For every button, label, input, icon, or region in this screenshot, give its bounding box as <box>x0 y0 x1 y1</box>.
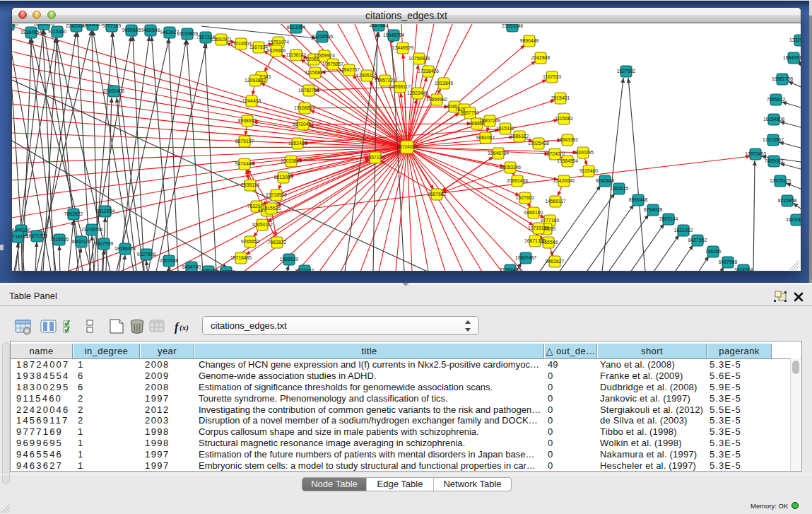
svg-text:8813054: 8813054 <box>287 25 306 30</box>
svg-text:1621022: 1621022 <box>674 228 693 233</box>
svg-text:3915401: 3915401 <box>551 95 570 100</box>
svg-text:(x): (x) <box>180 323 189 332</box>
svg-text:6497568: 6497568 <box>719 259 738 264</box>
svg-text:14569117: 14569117 <box>82 24 103 27</box>
svg-text:1362615: 1362615 <box>610 186 629 191</box>
svg-text:10756928: 10756928 <box>408 56 430 61</box>
svg-text:18724007: 18724007 <box>396 144 418 149</box>
svg-text:18300295: 18300295 <box>572 150 594 155</box>
svg-text:10807487: 10807487 <box>515 255 536 260</box>
svg-text:18807249: 18807249 <box>479 118 500 123</box>
svg-text:13449579: 13449579 <box>392 45 413 50</box>
svg-text:10025438: 10025438 <box>528 141 549 146</box>
svg-text:1588520: 1588520 <box>280 257 299 262</box>
svg-text:10958117: 10958117 <box>389 84 411 89</box>
svg-text:9115460: 9115460 <box>48 29 66 34</box>
svg-text:19654982: 19654982 <box>426 97 447 102</box>
svg-text:7485063: 7485063 <box>765 158 784 163</box>
svg-text:1615112: 1615112 <box>496 126 514 131</box>
svg-text:6879197: 6879197 <box>235 139 254 144</box>
svg-text:1527602: 1527602 <box>617 69 636 74</box>
svg-text:7663822: 7663822 <box>64 211 83 216</box>
svg-text:8912954: 8912954 <box>96 209 115 214</box>
svg-text:7986322: 7986322 <box>510 134 529 139</box>
svg-text:13325419: 13325419 <box>789 37 801 42</box>
svg-text:10973493: 10973493 <box>745 151 766 156</box>
svg-text:7357224: 7357224 <box>366 155 385 160</box>
svg-text:1115682: 1115682 <box>555 116 573 121</box>
svg-text:9465546: 9465546 <box>141 28 160 33</box>
svg-text:1913845: 1913845 <box>435 81 454 86</box>
svg-text:1167533: 1167533 <box>543 74 561 79</box>
svg-text:18640910: 18640910 <box>783 55 801 60</box>
svg-text:12923446: 12923446 <box>407 90 428 95</box>
svg-text:8322037: 8322037 <box>295 268 314 271</box>
svg-text:12975125: 12975125 <box>770 178 791 183</box>
svg-text:18724007: 18724007 <box>12 24 19 27</box>
svg-text:15751074: 15751074 <box>268 40 289 45</box>
svg-text:2367608: 2367608 <box>160 258 179 263</box>
svg-text:21364436: 21364436 <box>500 267 521 271</box>
svg-text:20691406: 20691406 <box>507 178 528 183</box>
svg-text:19218506: 19218506 <box>266 192 287 197</box>
svg-text:8215958: 8215958 <box>778 198 797 203</box>
svg-text:9777169: 9777169 <box>102 24 122 28</box>
svg-text:6794028: 6794028 <box>644 207 663 212</box>
svg-text:17359924: 17359924 <box>314 53 335 58</box>
svg-text:9463627: 9463627 <box>546 259 565 264</box>
svg-text:7955812: 7955812 <box>767 97 786 102</box>
svg-text:18300295: 18300295 <box>33 24 54 26</box>
svg-text:9329966: 9329966 <box>267 48 286 53</box>
svg-text:f: f <box>175 321 180 334</box>
svg-text:8660124: 8660124 <box>72 239 91 244</box>
svg-text:1167534: 1167534 <box>249 45 268 49</box>
svg-text:12093832: 12093832 <box>245 78 266 83</box>
svg-text:16671355: 16671355 <box>26 233 47 238</box>
svg-text:7515526: 7515526 <box>50 237 69 242</box>
svg-text:16033809: 16033809 <box>281 158 302 163</box>
svg-text:10654112: 10654112 <box>252 222 273 227</box>
svg-text:9245652: 9245652 <box>241 239 260 244</box>
svg-text:11156829: 11156829 <box>305 70 325 75</box>
svg-text:9890448: 9890448 <box>520 38 539 43</box>
svg-text:12905135: 12905135 <box>356 73 377 78</box>
svg-text:10719155: 10719155 <box>528 226 549 230</box>
svg-text:19384554: 19384554 <box>557 158 578 163</box>
svg-text:746266: 746266 <box>705 249 722 254</box>
svg-text:15720407: 15720407 <box>293 122 314 127</box>
svg-text:1244415: 1244415 <box>242 98 261 103</box>
svg-text:9657791: 9657791 <box>461 110 480 115</box>
svg-text:7515526: 7515526 <box>262 206 281 211</box>
svg-text:17957223: 17957223 <box>375 78 396 83</box>
svg-text:9327509: 9327509 <box>95 241 114 246</box>
svg-text:6466160: 6466160 <box>524 210 543 215</box>
svg-text:3624554: 3624554 <box>734 267 753 271</box>
svg-text:9327508: 9327508 <box>137 252 156 257</box>
svg-text:2687682: 2687682 <box>370 24 389 28</box>
svg-text:9084067: 9084067 <box>476 135 495 140</box>
svg-text:8938923: 8938923 <box>238 118 257 123</box>
svg-text:19384554: 19384554 <box>20 30 42 35</box>
svg-text:16671355: 16671355 <box>524 238 546 243</box>
svg-text:12942757: 12942757 <box>339 67 360 72</box>
svg-text:23053346: 23053346 <box>500 165 521 170</box>
svg-text:20691406: 20691406 <box>103 88 124 93</box>
svg-text:16154808: 16154808 <box>763 117 784 122</box>
svg-text:8990448: 8990448 <box>629 197 648 202</box>
svg-text:8813054: 8813054 <box>274 175 293 180</box>
svg-text:9777169: 9777169 <box>541 218 560 223</box>
svg-text:15692971: 15692971 <box>211 37 232 42</box>
svg-text:9699695: 9699695 <box>122 28 141 33</box>
svg-text:17016504: 17016504 <box>230 41 252 46</box>
svg-text:16033809: 16033809 <box>177 31 198 36</box>
svg-text:23226058: 23226058 <box>81 227 102 232</box>
svg-text:9474444: 9474444 <box>235 161 254 166</box>
svg-text:2803144: 2803144 <box>659 216 678 221</box>
svg-text:8454749: 8454749 <box>182 264 201 269</box>
svg-text:1352485: 1352485 <box>288 141 307 146</box>
svg-text:23053346: 23053346 <box>502 24 523 28</box>
svg-text:18186328: 18186328 <box>114 246 136 251</box>
svg-text:12213967: 12213967 <box>763 137 784 142</box>
svg-text:10975857: 10975857 <box>322 62 343 66</box>
svg-text:14569117: 14569117 <box>545 199 566 204</box>
